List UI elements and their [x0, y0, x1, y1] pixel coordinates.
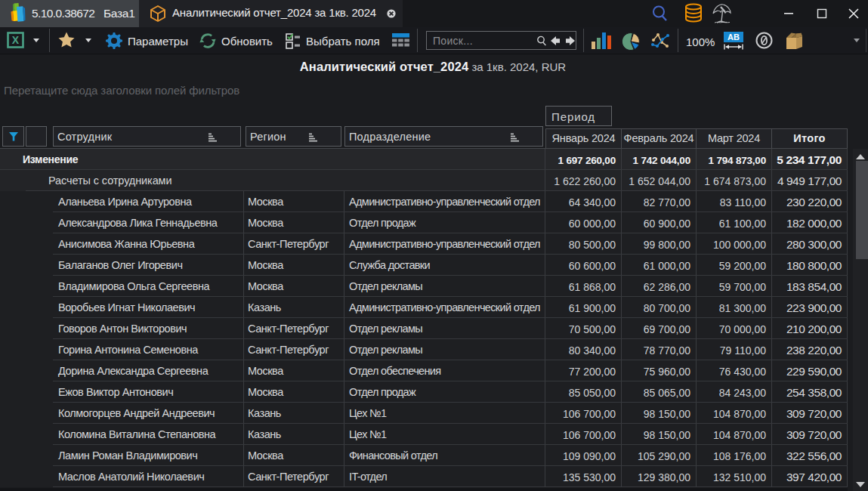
svg-text:AB: AB: [727, 32, 740, 42]
svg-text:X: X: [12, 34, 20, 46]
